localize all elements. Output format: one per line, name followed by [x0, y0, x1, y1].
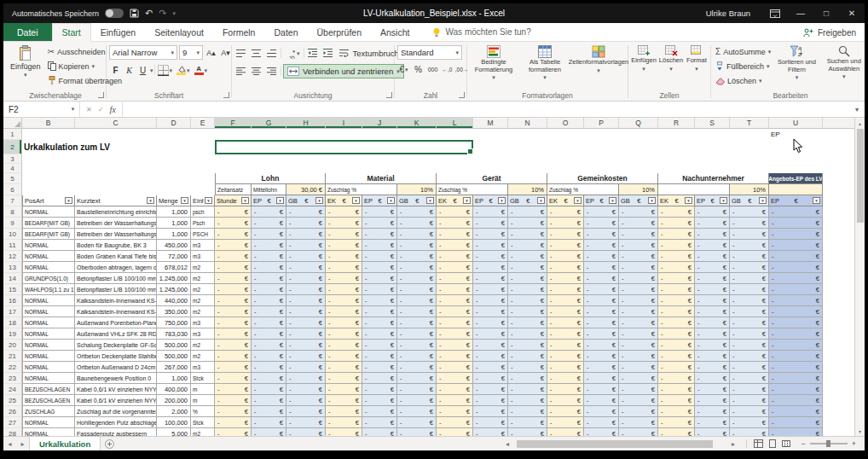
- orientation-button[interactable]: ab ▾: [283, 46, 302, 60]
- cell-value-M[interactable]: -€: [473, 240, 508, 251]
- cell-value-Q[interactable]: -€: [619, 428, 658, 436]
- cell-menge[interactable]: 350,000: [157, 306, 191, 317]
- cell-value-K[interactable]: -€: [397, 306, 437, 317]
- cell-value-Q[interactable]: -€: [619, 218, 658, 229]
- cell-value-U[interactable]: -€: [769, 306, 823, 317]
- filter-header-C[interactable]: Kurztext▾: [75, 195, 157, 206]
- cell-menge[interactable]: 1.245,000: [157, 284, 191, 295]
- column-header-D[interactable]: D: [157, 118, 191, 128]
- cell-value-H[interactable]: -€: [286, 284, 326, 295]
- cell-einheit[interactable]: m: [191, 384, 215, 395]
- cell-value-R[interactable]: -€: [658, 340, 695, 351]
- row-number-9[interactable]: 9: [3, 218, 22, 229]
- filter-dropdown-icon[interactable]: ▾: [147, 197, 154, 204]
- filter-header-T[interactable]: GB€▾: [730, 195, 769, 206]
- cell-value-P[interactable]: -€: [584, 218, 619, 229]
- cell-value-Q[interactable]: -€: [619, 340, 658, 351]
- cell-value-J[interactable]: -€: [362, 240, 397, 251]
- cell-value-R[interactable]: -€: [658, 362, 695, 373]
- cell-value-O[interactable]: -€: [547, 251, 584, 262]
- cell-value-F[interactable]: -€: [215, 273, 252, 284]
- cell-kurztext[interactable]: Boden für Baugrube, BK 3: [75, 240, 157, 251]
- cell-menge[interactable]: 1,000: [157, 229, 191, 240]
- cell-value-J[interactable]: -€: [362, 417, 397, 428]
- filter-dropdown-icon[interactable]: ▾: [426, 197, 434, 204]
- cell-value-U[interactable]: -€: [769, 295, 823, 306]
- cell-value-M[interactable]: -€: [473, 218, 508, 229]
- cell-value-G[interactable]: -€: [252, 229, 286, 240]
- filter-dropdown-icon[interactable]: ▾: [537, 197, 545, 204]
- cell-value-F[interactable]: -€: [215, 373, 252, 384]
- cell-menge[interactable]: 1,000: [157, 373, 191, 384]
- row-number-25[interactable]: 25: [3, 395, 22, 406]
- cell-value-T[interactable]: -€: [730, 295, 769, 306]
- cell-styles-button[interactable]: Zellenformatvorlagen ▾: [572, 44, 625, 75]
- cell-menge[interactable]: 200,000: [157, 395, 191, 406]
- close-button[interactable]: ✕: [839, 3, 865, 23]
- cell-value-G[interactable]: -€: [252, 206, 286, 218]
- page-break-view-icon[interactable]: [782, 439, 790, 448]
- cell-einheit[interactable]: Stck: [191, 417, 215, 428]
- filter-dropdown-icon[interactable]: ▾: [315, 197, 323, 204]
- sheet-prev-icon[interactable]: ◂: [3, 440, 16, 448]
- cell-value-O[interactable]: -€: [547, 406, 584, 417]
- cell-value-N[interactable]: -€: [508, 295, 547, 306]
- cell-value-G[interactable]: -€: [252, 251, 286, 262]
- decrease-font-button[interactable]: A▾: [219, 46, 232, 60]
- cell-kurztext[interactable]: Betonpflaster L/B 100/100 mm F: [75, 273, 157, 284]
- cell-value-T[interactable]: -€: [730, 229, 769, 240]
- row-number-12[interactable]: 12: [3, 251, 22, 262]
- cell-zuschlag-value[interactable]: 10%: [508, 184, 547, 195]
- cell-value-J[interactable]: -€: [362, 273, 397, 284]
- cell-value-S[interactable]: -€: [695, 428, 730, 436]
- cell-kurztext[interactable]: Kabel 0,6/1 kV einziehen NYY 4x: [75, 395, 157, 406]
- filter-header-U[interactable]: EP€▾: [769, 195, 823, 206]
- cell-value-Q[interactable]: -€: [619, 251, 658, 262]
- cell-value-P[interactable]: -€: [584, 384, 619, 395]
- tab-datei[interactable]: Datei: [3, 23, 52, 41]
- filter-header-K[interactable]: GB€▾: [397, 195, 437, 206]
- cell-einheit[interactable]: m3: [191, 362, 215, 373]
- cell-value-L[interactable]: -€: [437, 417, 473, 428]
- autosave-toggle[interactable]: [105, 9, 124, 18]
- cell-value-I[interactable]: -€: [326, 262, 362, 273]
- cell-value-G[interactable]: -€: [252, 373, 286, 384]
- cell-posart[interactable]: NORMAL: [22, 251, 75, 262]
- cell-value-P[interactable]: -€: [584, 417, 619, 428]
- cell-value-M[interactable]: -€: [473, 351, 508, 362]
- cell-zuschlag-value[interactable]: 10%: [730, 184, 769, 195]
- underline-button[interactable]: U: [136, 63, 149, 77]
- cell-value-N[interactable]: -€: [508, 206, 547, 218]
- page-layout-view-icon[interactable]: [768, 439, 777, 448]
- cell-value-L[interactable]: -€: [437, 384, 473, 395]
- cell-value-P[interactable]: -€: [584, 284, 619, 295]
- cell-menge[interactable]: 500,000: [157, 340, 191, 351]
- filter-dropdown-icon[interactable]: ▾: [720, 197, 727, 204]
- cell-value-R[interactable]: -€: [658, 417, 695, 428]
- cell-value-T[interactable]: -€: [730, 218, 769, 229]
- column-header-M[interactable]: M: [473, 118, 508, 128]
- cell-value-I[interactable]: -€: [326, 317, 362, 328]
- filter-dropdown-icon[interactable]: ▾: [498, 197, 506, 204]
- row-number-7[interactable]: 7: [3, 195, 22, 206]
- cell-value-R[interactable]: -€: [658, 295, 695, 306]
- cell-einheit[interactable]: m2: [191, 351, 215, 362]
- cell-value-J[interactable]: -€: [362, 284, 397, 295]
- cell-value-I[interactable]: -€: [326, 206, 362, 218]
- cell-value-G[interactable]: -€: [252, 218, 286, 229]
- cell-value-S[interactable]: -€: [695, 317, 730, 328]
- cell-value-R[interactable]: -€: [658, 395, 695, 406]
- cell-value-T[interactable]: -€: [730, 262, 769, 273]
- row-number-23[interactable]: 23: [3, 373, 22, 384]
- save-icon[interactable]: [130, 9, 139, 18]
- cell-value-M[interactable]: -€: [473, 340, 508, 351]
- filter-header-L[interactable]: EK€▾: [437, 195, 473, 206]
- cell-value-M[interactable]: -€: [473, 251, 508, 262]
- hscroll-thumb[interactable]: [517, 440, 713, 448]
- cell-value-F[interactable]: -€: [215, 362, 252, 373]
- insert-cells-button[interactable]: Einfügen ▾: [631, 44, 657, 73]
- cell-value-S[interactable]: -€: [695, 295, 730, 306]
- cell-value-M[interactable]: -€: [473, 206, 508, 218]
- cell-value-M[interactable]: -€: [473, 262, 508, 273]
- cell-value-Q[interactable]: -€: [619, 373, 658, 384]
